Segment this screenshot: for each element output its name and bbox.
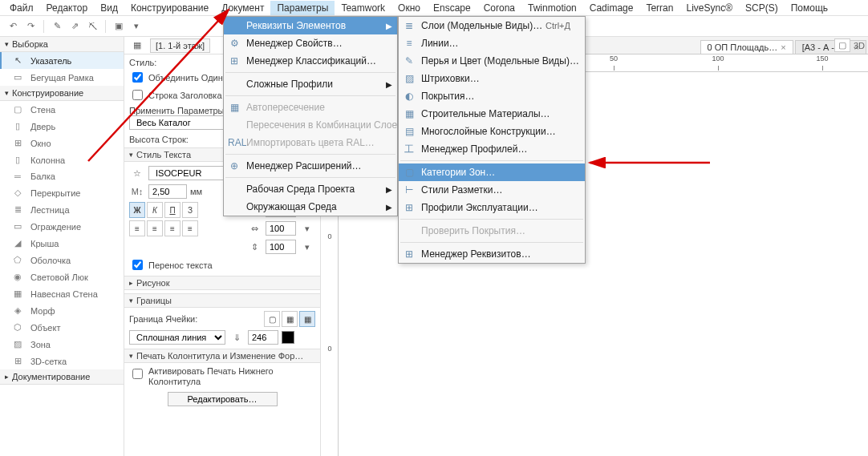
underline-button[interactable]: П [164,202,180,218]
font-size-input[interactable] [148,184,187,199]
trowel-icon[interactable]: ⛏ [84,18,100,34]
menu-item[interactable]: ▤Многослойные Конструкции… [399,123,585,140]
menu-item[interactable]: ▦Строительные Материалы… [399,105,585,123]
tool-icon: ◉ [11,272,24,282]
tool-оболочка[interactable]: ⬠Оболочка [0,252,124,268]
tool-ограждение[interactable]: ▭Ограждение [0,218,124,235]
menu-scp(s)[interactable]: SCP(S) [739,1,785,15]
line-weight-input[interactable] [248,330,278,345]
menu-item[interactable]: ✎Перья и Цвет (Модельные Виды)… [399,52,585,70]
align-left-button[interactable]: ≡ [129,220,145,236]
eyedropper-icon[interactable]: ✎ [49,18,65,34]
menu-конструирование[interactable]: Конструирование [124,1,215,15]
tool-балка[interactable]: ═Балка [0,168,124,184]
menu-item[interactable]: ≣Слои (Модельные Виды)…Ctrl+Д [399,17,585,34]
line-color-swatch[interactable] [282,331,294,344]
tool-навесная стена[interactable]: ▦Навесная Стена [0,285,124,302]
tool-стена[interactable]: ▢Стена [0,101,124,118]
merge-same-checkbox[interactable] [132,72,143,83]
tool-перекрытие[interactable]: ◇Перекрытие [0,184,124,201]
close-icon[interactable]: × [781,42,785,52]
tool-дверь[interactable]: ▯Дверь [0,118,124,135]
syringe-icon[interactable]: ⇗ [67,18,83,34]
footer-checkbox[interactable] [132,369,143,379]
menu-item[interactable]: Сложные Профили▶ [224,75,397,93]
menu-item[interactable]: ⊢Стили Разметки… [399,181,585,199]
menu-item[interactable]: ◐Покрытия… [399,87,585,105]
section-borders[interactable]: ▾Границы [124,293,320,308]
strike-button[interactable]: З [182,202,198,218]
group-header-selection[interactable]: ▾Выборка [0,37,124,52]
view-2d-button[interactable]: ▢ [834,38,850,52]
menu-вид[interactable]: Вид [94,1,124,15]
menu-item[interactable]: ⊕Менеджер Расширений… [224,157,397,175]
menu-corona[interactable]: Corona [477,1,521,15]
align-right-button[interactable]: ≡ [164,220,180,236]
align-justify-button[interactable]: ≡ [182,220,198,236]
menu-enscape[interactable]: Enscape [427,1,477,15]
menu-livesync®[interactable]: LiveSync® [679,1,739,15]
menu-item[interactable]: ⚙Менеджер Свойств… [224,34,397,52]
menu-item[interactable]: 工Менеджер Профилей… [399,140,585,158]
tool-объект[interactable]: ⬡Объект [0,319,124,336]
document-tab[interactable]: 0 ОП Площадь…× [700,40,793,54]
menu-окно[interactable]: Окно [391,1,427,15]
bold-button[interactable]: Ж [129,202,145,218]
table-icon[interactable]: ▦ [129,38,145,54]
tool-световой люк[interactable]: ◉Световой Люк [0,268,124,285]
menu-twinmotion[interactable]: Twinmotion [521,1,583,15]
tool-бегущая рамка[interactable]: ▭Бегущая Рамка [0,69,124,86]
menu-параметры[interactable]: Параметры [270,1,335,15]
menu-item[interactable]: Реквизиты Элементов▶ [224,17,397,34]
header-row-checkbox[interactable] [132,90,143,100]
leading-input[interactable] [266,240,296,254]
chevron-down-icon[interactable]: ▾ [128,18,144,34]
spacing-input[interactable] [266,221,296,236]
section-picture[interactable]: ▸Рисунок [124,276,320,290]
tool-колонна[interactable]: ▯Колонна [0,151,124,168]
floor-tab[interactable]: [1. 1-й этаж] [150,38,210,53]
menu-item[interactable]: Окружающая Среда▶ [224,198,397,216]
menu-item[interactable]: ⊞Менеджер Реквизитов… [399,245,585,263]
tool-лестница[interactable]: ≣Лестница [0,201,124,218]
menu-item[interactable]: ⊞Профили Эксплуатации… [399,199,585,216]
redo-icon[interactable]: ↷ [22,18,39,34]
menu-помощь[interactable]: Помощь [785,1,834,15]
menu-item-label: Проверить Покрытия… [421,225,525,236]
menu-item[interactable]: ▨Штриховки… [399,70,585,87]
favorite-icon[interactable]: ☆ [129,165,145,181]
group-header-document[interactable]: ▸Документирование [0,369,124,385]
tool-крыша[interactable]: ◢Крыша [0,235,124,252]
border-all-button[interactable]: ▦ [299,311,315,327]
tool-окно[interactable]: ⊞Окно [0,135,124,151]
tool-морф[interactable]: ◈Морф [0,302,124,319]
section-footer-print[interactable]: ▾Печать Колонтитула и Изменение Форм… [124,349,320,363]
tool-3d-сетка[interactable]: ⊞3D-сетка [0,353,124,369]
edit-button[interactable]: Редактировать… [168,392,278,406]
border-inner-button[interactable]: ▦ [282,311,298,327]
measure-icon[interactable]: ▣ [111,18,127,34]
view-3d-label[interactable]: 3D [854,41,865,50]
border-none-button[interactable]: ▢ [264,311,280,327]
group-header-design[interactable]: ▾Конструирование [0,86,124,101]
wrap-text-checkbox[interactable] [132,260,143,270]
menu-teamwork[interactable]: Teamwork [335,1,391,15]
tool-указатель[interactable]: ↖Указатель [0,52,124,69]
ruler-tick: 0 [321,232,339,240]
line-style-select[interactable]: Сплошная линия [129,330,225,345]
menu-документ[interactable]: Документ [215,1,270,15]
menu-terran[interactable]: Terran [639,1,679,15]
menu-item[interactable]: ⊞Менеджер Классификаций… [224,52,397,70]
dropdown-icon[interactable]: ▾ [299,220,315,236]
menu-cadimage[interactable]: Cadimage [583,1,640,15]
dropdown-icon[interactable]: ▾ [299,239,315,255]
align-center-button[interactable]: ≡ [147,220,163,236]
menu-item[interactable]: Рабочая Среда Проекта▶ [224,180,397,198]
menu-файл[interactable]: Файл [3,1,40,15]
italic-button[interactable]: К [147,202,163,218]
menu-редактор[interactable]: Редактор [40,1,95,15]
tool-зона[interactable]: ▨Зона [0,336,124,353]
menu-item[interactable]: ▢Категории Зон… [399,163,585,181]
menu-item[interactable]: ≡Линии… [399,34,585,52]
undo-icon[interactable]: ↶ [5,18,21,34]
